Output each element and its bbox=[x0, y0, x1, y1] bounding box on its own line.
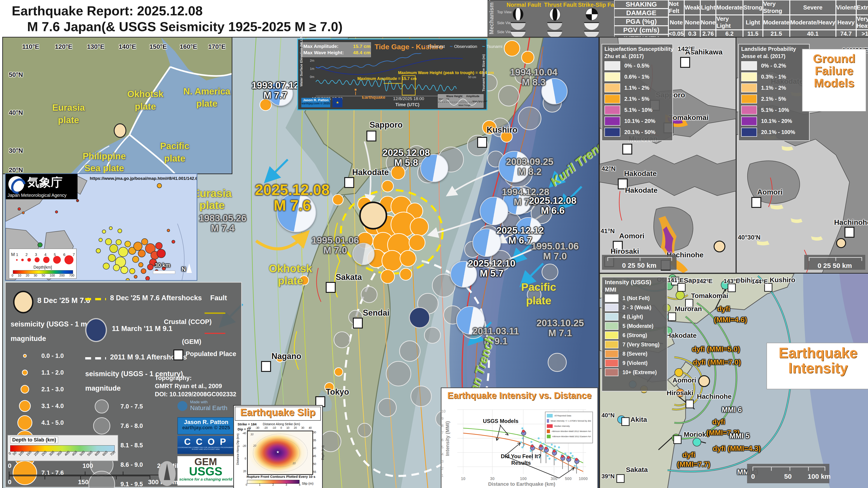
table-cell: 40.1 bbox=[790, 30, 836, 38]
plate-label: Pacific bbox=[521, 282, 556, 293]
lat-label: 20°N bbox=[9, 167, 23, 173]
table-cell: Strong bbox=[743, 0, 763, 15]
intensity-city-dot bbox=[692, 438, 701, 447]
city-label: Tokyo bbox=[326, 388, 349, 396]
tide-legend-item: ~ Observation bbox=[450, 43, 477, 50]
legend-range: 1.1% - 2% bbox=[761, 85, 786, 91]
ivd-legend-label: Atkinson-Worden-Wald 2012 Eastern NA bbox=[552, 435, 591, 437]
mainshock-date: 2025.12.08 bbox=[255, 182, 330, 198]
slip-right-tick: 50 bbox=[313, 463, 316, 465]
ivd-xtick: 300 bbox=[551, 477, 557, 481]
ivd-legend-item: Median intensity bbox=[547, 423, 591, 429]
legend-range: 0.6% - 1% bbox=[624, 74, 649, 80]
intensity-title-1: Earthquake bbox=[767, 346, 868, 361]
wave-icon: ~ bbox=[482, 43, 485, 50]
gf-title-3: Models bbox=[802, 77, 866, 89]
jma-logo: 気象庁 Japan Meteorological Agency bbox=[6, 174, 78, 199]
mmi-legend-title: Intensity (USGS) bbox=[605, 279, 664, 285]
lon-label: 150°E bbox=[149, 43, 167, 50]
slip-top-tick: -30 bbox=[255, 427, 259, 429]
legend-range: 20.1% - 50% bbox=[624, 129, 655, 135]
gf-right-scale-label: 0 25 50 km bbox=[804, 262, 865, 269]
event-magnitude: M 7.1 bbox=[536, 328, 584, 338]
populated-place-icon bbox=[344, 177, 354, 188]
table-cell: Moderate/Heavy bbox=[790, 15, 836, 30]
table-cell: 2.76 bbox=[700, 30, 716, 38]
event-date: 2003.09.25 bbox=[506, 157, 553, 167]
tide-legend-item: ~ Tsunami bbox=[482, 43, 502, 50]
legend-row: 6 (Strong) bbox=[605, 331, 664, 339]
earthjay-name: Jason R. Patton bbox=[178, 419, 235, 425]
ivd-legend-swatch bbox=[547, 424, 553, 428]
populated-place-icon bbox=[616, 474, 625, 483]
event-label: 2025.12.08 M 5.8 bbox=[382, 148, 430, 167]
table-cell: Extreme bbox=[856, 0, 868, 15]
mmi-annotation: (MMI=4.6) bbox=[714, 316, 747, 324]
legend-range: 5.1% - 10% bbox=[761, 107, 789, 113]
strike-slip-sideview2-icon bbox=[584, 31, 599, 37]
mmi-coord-label: 143°E bbox=[723, 278, 740, 284]
jma-legend: M 1234567 Depth[km] 010203050100200700 bbox=[9, 249, 76, 279]
ivd-ytick: 6 bbox=[441, 438, 443, 442]
dyfi-data-point bbox=[551, 444, 553, 446]
natural-earth-tag: Made with bbox=[190, 400, 208, 404]
legend-swatch bbox=[741, 72, 757, 81]
legend-tohoku-label: 11 March '11 M 9.1 bbox=[112, 325, 173, 332]
legend-row: 5.1% - 10% bbox=[604, 105, 670, 115]
liquefaction-map: Asahikawa Sapporo Tomakomai Muro bbox=[600, 37, 737, 273]
legend-range: 2 - 3 (Weak) bbox=[622, 304, 651, 311]
table-cell: Not Felt bbox=[669, 0, 684, 15]
median-dot bbox=[567, 456, 570, 459]
topography-label-2: GMRT Ryan et al., 2009 bbox=[155, 383, 222, 389]
mmi-coord-label: 141°E bbox=[668, 277, 684, 283]
mmi-scalebar: 0 50 100 km bbox=[747, 464, 829, 483]
jma-mag-label: M bbox=[11, 252, 15, 257]
mmi-coord-label: 39°N bbox=[601, 473, 615, 480]
populated-place-icon bbox=[477, 137, 487, 148]
table-row-label: PGV (cm/s) bbox=[614, 26, 669, 34]
legend-swatch bbox=[741, 105, 757, 115]
median-dot bbox=[539, 445, 542, 447]
hypocenter-dot bbox=[105, 238, 112, 245]
gf-city-label: Aomori bbox=[757, 188, 782, 196]
legend-mag-row: 1.1 - 2.0 bbox=[12, 365, 80, 380]
ivd-legend-swatch bbox=[547, 419, 549, 423]
city-label: Kushiro bbox=[487, 126, 518, 134]
mmi-legend-rows: 1 (Not Felt) 2 - 3 (Weak) 4 (Light) bbox=[605, 294, 664, 376]
km-tick: 0 bbox=[8, 479, 11, 485]
gf-city-label: Hachinohe bbox=[834, 219, 868, 226]
legend-swatch bbox=[741, 128, 757, 137]
legend-range: 20.1% - 100% bbox=[761, 129, 795, 135]
slip-cbar-tick: 2 bbox=[272, 484, 274, 486]
legend-populated-icon bbox=[174, 350, 183, 360]
tide-x-label: Time (UTC) bbox=[395, 102, 419, 107]
mmi-city-label: Kushiro bbox=[770, 276, 795, 283]
legend-magnitude-2: magnitude bbox=[85, 385, 121, 392]
gf-left-scale-label: 0 25 50 km bbox=[602, 262, 677, 269]
plate-name-label: Okhotsk bbox=[127, 90, 163, 99]
intensity-city-dot bbox=[676, 291, 685, 300]
city-label: Hakodate bbox=[352, 168, 389, 176]
hypocenter-dot bbox=[138, 262, 143, 267]
median-dot bbox=[522, 430, 525, 433]
magnitude-circle-icon bbox=[21, 385, 29, 394]
max-amplitude-label: Max Amplitude: bbox=[303, 44, 339, 49]
legend-gem-label: (GEM) bbox=[182, 338, 201, 345]
mechanism-legend-vertical-label: Mechanism Types bbox=[489, 0, 495, 34]
ivd-ytick: 10 bbox=[441, 410, 445, 414]
normal-fault-topview-icon bbox=[513, 8, 523, 20]
mmi-legend: Intensity (USGS) MMI 1 (Not Felt) 2 - 3 … bbox=[601, 277, 668, 392]
ivd-ytick: 7 bbox=[441, 431, 443, 435]
north-arrow-icon bbox=[186, 263, 192, 273]
historic-earthquake-circle bbox=[386, 361, 411, 386]
tide-earthjay-name: Jason R. Patton bbox=[301, 98, 330, 102]
lat-label: 40°N bbox=[9, 109, 23, 116]
event-date: 2011.03.11 bbox=[472, 326, 519, 336]
hypocenter-dot bbox=[103, 263, 110, 269]
table-row-label: DAMAGE bbox=[614, 8, 669, 17]
magnitude-range-label: 0.0 - 1.0 bbox=[41, 352, 64, 359]
median-dot bbox=[531, 445, 534, 448]
ivd-ytick: 3 bbox=[441, 460, 443, 464]
plate-name-label: Eurasia bbox=[52, 103, 85, 112]
legend-mag-row: 7.0 - 7.5 bbox=[87, 398, 159, 415]
